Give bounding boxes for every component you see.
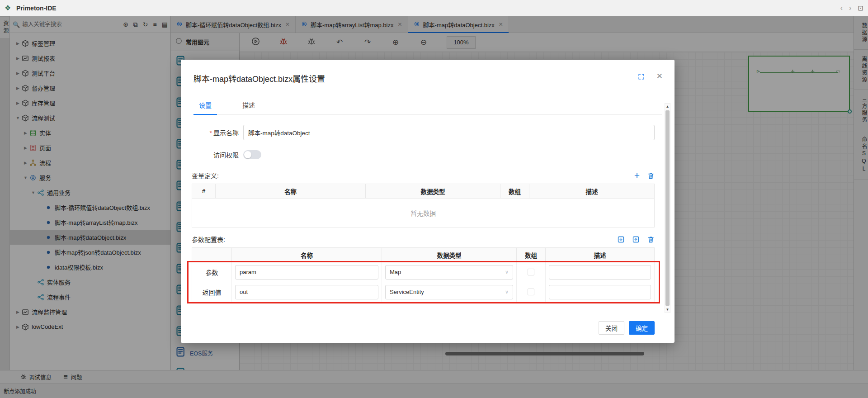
param-row-label: 返回值: [192, 282, 232, 302]
column-header: 名称: [232, 248, 382, 262]
ok-button[interactable]: 确定: [629, 321, 655, 335]
access-toggle[interactable]: [243, 150, 261, 159]
param-desc-input[interactable]: [549, 285, 651, 299]
nav-forward-icon[interactable]: ›: [849, 4, 851, 12]
variables-empty-state: 暂无数据: [192, 199, 655, 227]
save-layout-icon[interactable]: ⊡: [858, 4, 863, 12]
chevron-down-icon: ∨: [505, 269, 509, 275]
export-params-icon[interactable]: [632, 236, 640, 243]
toggle-knob: [244, 151, 251, 158]
app-logo-icon: ❖: [5, 4, 13, 12]
param-desc-input[interactable]: [549, 265, 651, 280]
column-header: 描述: [546, 248, 655, 262]
params-section-header: 参数配置表:: [192, 235, 655, 244]
column-header: [192, 248, 232, 262]
variables-section-header: 变量定义: +: [192, 171, 655, 180]
chevron-down-icon: ∨: [505, 289, 509, 295]
scroll-up-icon[interactable]: ▲: [665, 104, 670, 109]
add-variable-icon[interactable]: +: [634, 171, 640, 180]
param-type-select[interactable]: ServiceEntity∨: [385, 285, 513, 299]
fullscreen-icon[interactable]: [638, 73, 645, 82]
access-row: 访问权限: [192, 150, 655, 159]
param-row-label: 参数: [192, 262, 232, 282]
required-asterisk: *: [210, 129, 212, 137]
modal-tab-settings[interactable]: 设置: [193, 98, 217, 114]
display-name-row: *显示名称: [192, 125, 655, 140]
param-array-checkbox[interactable]: [528, 289, 534, 295]
close-icon[interactable]: ✕: [656, 71, 663, 81]
nav-back-icon[interactable]: ‹: [840, 4, 843, 12]
param-type-select[interactable]: Map∨: [385, 265, 513, 280]
param-name-input[interactable]: [235, 265, 378, 280]
variables-table: #名称数据类型数组描述: [192, 184, 655, 199]
variables-title: 变量定义:: [192, 171, 219, 180]
params-title: 参数配置表:: [192, 235, 225, 244]
modal-tabs: 设置描述: [193, 98, 662, 115]
delete-variable-icon[interactable]: [647, 172, 655, 180]
import-params-icon[interactable]: [617, 236, 625, 243]
column-header: 数据类型: [382, 248, 517, 262]
params-table: 名称数据类型数组描述 参数Map∨返回值ServiceEntity∨: [192, 247, 655, 302]
modal-title: 脚本-map转dataObject.bizx属性设置: [193, 72, 325, 84]
param-row: 返回值ServiceEntity∨: [192, 282, 655, 302]
column-header: 数据类型: [366, 184, 500, 199]
display-name-input[interactable]: [243, 125, 655, 140]
modal-tab-description[interactable]: 描述: [237, 98, 260, 114]
scroll-down-icon[interactable]: ▼: [665, 307, 670, 313]
close-button[interactable]: 关闭: [599, 321, 624, 335]
param-row: 参数Map∨: [192, 262, 655, 282]
column-header: 数组: [500, 184, 529, 199]
title-bar: ❖ Primeton-IDE ‹ › ⊡: [0, 0, 868, 16]
scrollbar-thumb[interactable]: [665, 110, 670, 306]
properties-modal: 脚本-map转dataObject.bizx属性设置 ✕ 设置描述 *显示名称 …: [181, 60, 675, 343]
app-title: Primeton-IDE: [16, 5, 57, 12]
column-header: 名称: [216, 184, 366, 199]
column-header: 数组: [517, 248, 546, 262]
column-header: #: [192, 184, 216, 199]
modal-scrollbar[interactable]: ▲ ▼: [665, 103, 670, 313]
delete-param-icon[interactable]: [647, 236, 655, 243]
column-header: 描述: [529, 184, 655, 199]
access-label: 访问权限: [192, 150, 239, 159]
display-name-label: *显示名称: [192, 128, 239, 137]
param-name-input[interactable]: [235, 285, 378, 299]
param-array-checkbox[interactable]: [528, 269, 534, 275]
